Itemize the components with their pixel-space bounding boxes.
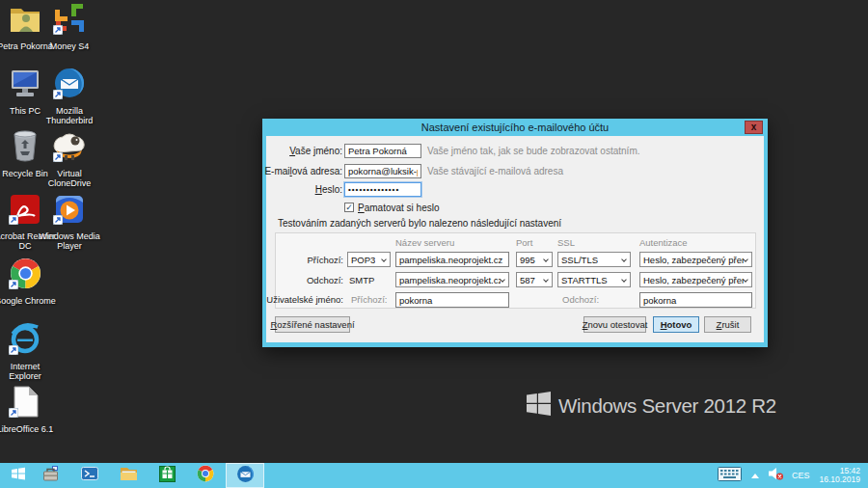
clock[interactable]: 15:42 16.10.2019 [819,467,860,485]
password-input[interactable]: •••••••••••••• [344,182,421,197]
incoming-port-dropdown[interactable]: 995 [516,252,553,267]
username-incoming-input[interactable] [395,292,509,308]
outgoing-server-dropdown[interactable]: pampeliska.neoprojekt.cz [395,272,509,287]
remember-password-label: Pamatovat si heslo [358,203,440,213]
username-outgoing-input[interactable] [639,292,752,308]
taskbar: CES 15:42 16.10.2019 [0,463,868,488]
chevron-down-icon [543,277,549,283]
cancel-button[interactable]: Zrušit [704,316,751,333]
start-button[interactable] [2,463,35,488]
header-ssl: SSL [557,237,575,248]
touch-keyboard-icon[interactable] [718,467,742,485]
language-indicator[interactable]: CES [792,471,810,480]
sheep-icon [53,129,86,166]
server-settings-group: Název serveru Port SSL Autentizace Přích… [275,232,756,309]
incoming-server-input[interactable] [395,252,509,267]
watermark-text: Windows Server 2012 R2 [558,394,776,418]
desktop-icon-label: Virtual CloneDrive [39,169,100,188]
desktop: Petra Pokorná Money S4 This PC [0,0,868,488]
desktop-icon-wmp[interactable]: Windows Media Player [39,196,100,251]
money-s4-icon [53,2,86,39]
dialog-title: Nastavení existujícího e-mailového účtu [262,119,768,136]
incoming-ssl-dropdown[interactable]: SSL/TLS [557,252,631,267]
outgoing-ssl-dropdown[interactable]: STARTTLS [557,272,631,287]
email-input[interactable] [344,164,421,178]
account-setup-dialog: Nastavení existujícího e-mailového účtu … [262,119,768,347]
recycle-bin-icon [11,130,40,166]
server-manager-icon [42,465,60,486]
thunderbird-icon [53,67,86,103]
system-tray: CES 15:42 16.10.2019 [718,463,868,488]
name-hint: Vaše jméno tak, jak se bude zobrazovat o… [427,146,640,156]
chevron-down-icon [621,257,627,262]
name-label: Vaše jméno: [289,146,342,156]
status-text: Testováním zadaných serverů bylo nalezen… [278,218,561,229]
desktop-icon-ie[interactable]: Internet Explorer [0,326,56,381]
desktop-icon-label: Windows Media Player [39,231,100,251]
incoming-label: Příchozí: [308,255,344,265]
taskbar-thunderbird-active[interactable] [226,463,264,488]
taskbar-server-manager[interactable] [33,463,69,488]
chevron-down-icon [500,277,505,283]
incoming-auth-dropdown[interactable]: Heslo, zabezpečený přenos [639,252,752,267]
chevron-down-icon [621,277,627,283]
desktop-icon-virtual-clonedrive[interactable]: Virtual CloneDrive [39,133,100,188]
desktop-icon-thunderbird[interactable]: Mozilla Thunderbird [39,70,100,125]
chrome-icon [197,465,214,486]
outgoing-auth-dropdown[interactable]: Heslo, zabezpečený přenos [639,272,752,287]
store-icon [159,466,176,486]
close-button[interactable]: x [745,121,763,134]
powershell-icon [81,466,98,485]
incoming-protocol-dropdown[interactable]: POP3 [347,252,391,267]
dialog-body: Vaše jméno: Vaše jméno tak, jak se bude … [266,136,764,342]
show-hidden-icons-button[interactable] [751,474,759,478]
desktop-icon-label: Internet Explorer [0,362,56,381]
clock-date: 16.10.2019 [819,475,860,485]
chevron-down-icon [543,257,549,262]
header-server-name: Název serveru [395,237,454,248]
header-auth: Autentizace [639,237,688,248]
taskbar-chrome[interactable] [187,463,224,488]
username-outgoing-label: Odchozí: [562,294,599,305]
chevron-down-icon [743,277,748,283]
outgoing-protocol-label: SMTP [349,275,374,285]
advanced-settings-button[interactable]: Rozšířené nastavení [275,316,350,333]
volume-muted-icon[interactable] [769,467,784,484]
outgoing-port-dropdown[interactable]: 587 [516,272,553,287]
retest-button[interactable]: Znovu otestovat [583,316,646,333]
acrobat-icon [10,194,41,229]
thunderbird-icon [236,465,255,487]
taskbar-powershell[interactable] [71,463,108,488]
desktop-icon-label: Google Chrome [0,296,56,306]
chrome-icon [10,258,41,293]
desktop-icon-libreoffice[interactable]: LibreOffice 6.1 [0,389,56,434]
email-label: E-mailová adresa: [264,166,342,176]
computer-icon [8,68,42,103]
remember-password-checkbox[interactable]: ✓ [344,203,354,212]
desktop-icon-label: Mozilla Thunderbird [39,106,100,125]
done-button[interactable]: Hotovo [653,316,699,333]
desktop-icon-chrome[interactable]: Google Chrome [0,260,56,306]
email-hint: Vaše stávající e-mailová adresa [427,166,563,176]
taskbar-file-explorer[interactable] [110,463,147,488]
file-explorer-icon [120,466,138,485]
desktop-icon-money-s4[interactable]: Money S4 [39,6,100,51]
desktop-icon-label: This PC [10,106,41,116]
windows-logo-icon [527,392,551,420]
chevron-down-icon [743,257,748,262]
name-input[interactable] [344,144,421,158]
username-incoming-label: Příchozí: [351,294,388,305]
chevron-down-icon [381,257,387,262]
desktop-icon-label: Money S4 [50,41,90,51]
libreoffice-icon [11,386,40,421]
start-icon [11,466,26,485]
media-player-icon [54,194,85,229]
taskbar-store-app[interactable] [149,463,185,488]
ie-icon [9,322,41,359]
outgoing-label: Odchozí: [307,275,343,285]
user-folder-icon [8,4,42,39]
password-label: Heslo: [315,184,342,195]
desktop-icon-label: LibreOffice 6.1 [0,424,53,434]
os-watermark: Windows Server 2012 R2 [527,392,776,420]
header-port: Port [516,237,532,248]
